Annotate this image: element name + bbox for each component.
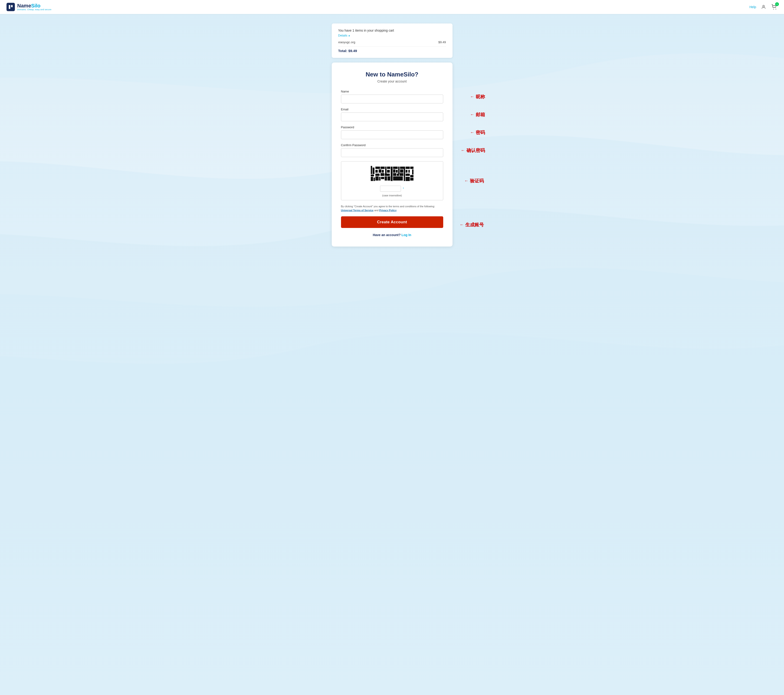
registration-card: New to NameSilo? Create your account Nam…	[332, 63, 453, 246]
svg-rect-23	[379, 177, 380, 180]
confirm-password-arrow-icon: ←	[461, 148, 465, 153]
svg-rect-11	[376, 167, 380, 169]
svg-rect-32	[396, 170, 398, 173]
svg-rect-19	[376, 173, 380, 176]
create-account-btn-wrapper: Create Account ← 生成账号	[341, 216, 443, 233]
svg-rect-6	[371, 166, 372, 174]
svg-rect-13	[385, 167, 387, 173]
captcha-wrapper: * (case insensitive)	[341, 161, 443, 200]
confirm-password-field-group: Confirm Password ← 确认密码	[341, 144, 443, 157]
captcha-arrow-icon: ←	[464, 178, 469, 183]
svg-rect-47	[410, 178, 413, 180]
cart-details-arrow: ▲	[348, 34, 350, 37]
reg-subheading: Create your account	[341, 79, 443, 83]
svg-point-3	[773, 9, 774, 10]
help-link[interactable]: Help	[749, 5, 756, 9]
captcha-image	[369, 165, 415, 183]
confirm-password-input[interactable]	[341, 148, 443, 157]
svg-rect-16	[379, 169, 381, 173]
svg-rect-8	[371, 175, 374, 177]
svg-point-4	[776, 9, 776, 10]
svg-rect-29	[398, 167, 400, 173]
svg-rect-12	[380, 167, 385, 169]
confirm-password-annotation-text: 确认密码	[466, 147, 485, 154]
cart-details-link[interactable]: Details ▲	[338, 34, 351, 37]
svg-rect-39	[405, 167, 410, 169]
user-icon[interactable]	[760, 4, 767, 10]
cart-total: Total: $9.49	[338, 49, 446, 53]
captcha-annotation-text: 验证码	[470, 178, 484, 184]
cart-item-price: $9.49	[438, 40, 446, 44]
create-account-arrow-icon: ←	[460, 222, 464, 227]
confirm-password-annotation: ← 确认密码	[461, 147, 485, 154]
email-label: Email	[341, 107, 443, 111]
svg-rect-20	[380, 173, 384, 176]
svg-rect-7	[372, 168, 374, 174]
password-annotation-text: 密码	[476, 129, 485, 135]
password-input[interactable]	[341, 130, 443, 139]
logo-link[interactable]: NameSilo Domains. Cheap, easy and secure	[7, 3, 51, 11]
svg-rect-15	[376, 170, 378, 173]
captcha-svg	[369, 165, 415, 183]
email-field-group: Email ← 邮箱	[341, 107, 443, 121]
svg-rect-1	[11, 5, 13, 7]
captcha-hint: (case insensitive)	[382, 194, 402, 197]
svg-rect-14	[387, 167, 390, 169]
logo-subtitle: Domains. Cheap, easy and secure	[17, 8, 51, 11]
terms-text: By clicking "Create Account" you agree t…	[341, 205, 443, 212]
svg-rect-17	[382, 170, 384, 173]
cart-wrapper[interactable]: 1	[771, 4, 777, 10]
login-link[interactable]: Log In	[402, 233, 411, 237]
svg-rect-0	[9, 5, 10, 9]
svg-rect-35	[397, 173, 399, 176]
logo-icon	[7, 3, 15, 11]
name-annotation-text: 昵称	[476, 93, 485, 100]
captcha-section: * (case insensitive) ← 验证码	[341, 161, 443, 200]
logo-name-part: Name	[17, 3, 31, 8]
cart-badge: 1	[775, 2, 779, 6]
svg-rect-43	[405, 177, 410, 181]
create-account-annotation-text: 生成账号	[465, 222, 484, 228]
svg-rect-33	[400, 169, 403, 173]
password-field-group: Password ← 密码	[341, 125, 443, 139]
name-annotation: ← 昵称	[470, 93, 485, 100]
captcha-input[interactable]	[380, 186, 401, 192]
cart-item-name: xiaoyugc.org	[338, 40, 356, 44]
create-account-annotation: ← 生成账号	[460, 222, 484, 228]
svg-rect-18	[387, 170, 390, 173]
cart-item-row: xiaoyugc.org $9.49	[338, 40, 446, 44]
name-input[interactable]	[341, 94, 443, 103]
svg-rect-46	[410, 175, 413, 177]
logo-silo-part: Silo	[31, 3, 40, 8]
confirm-password-label: Confirm Password	[341, 144, 443, 147]
create-account-button[interactable]: Create Account	[341, 216, 443, 228]
terms-of-service-link[interactable]: Universal Terms of Service	[341, 209, 374, 212]
cart-details-text: Details	[338, 34, 348, 37]
svg-rect-30	[400, 167, 404, 169]
privacy-policy-link[interactable]: Privacy Policy	[379, 209, 397, 212]
svg-rect-44	[410, 167, 413, 169]
email-annotation-text: 邮箱	[476, 111, 485, 117]
svg-point-2	[763, 5, 764, 7]
navbar: NameSilo Domains. Cheap, easy and secure…	[0, 0, 784, 14]
password-arrow-icon: ←	[470, 130, 474, 135]
password-label: Password	[341, 125, 443, 129]
namesilo-icon	[8, 5, 13, 10]
svg-rect-27	[391, 167, 393, 181]
terms-before-text: By clicking "Create Account" you agree t…	[341, 205, 435, 208]
name-label: Name	[341, 90, 443, 93]
have-account-section: Have an account? Log In	[341, 233, 443, 237]
svg-rect-34	[393, 173, 396, 176]
captcha-input-row: *	[380, 186, 404, 192]
email-input[interactable]	[341, 112, 443, 121]
svg-rect-40	[405, 170, 407, 173]
name-field-group: Name ← 昵称	[341, 90, 443, 103]
reg-heading: New to NameSilo?	[341, 71, 443, 78]
logo-title: NameSilo	[17, 3, 51, 8]
password-annotation: ← 密码	[470, 129, 485, 135]
svg-rect-25	[385, 177, 387, 180]
name-arrow-icon: ←	[470, 94, 474, 99]
logo-text: NameSilo Domains. Cheap, easy and secure	[17, 3, 51, 11]
cart-summary-title: You have 1 items in your shopping cart	[338, 28, 446, 32]
email-annotation: ← 邮箱	[470, 111, 485, 117]
